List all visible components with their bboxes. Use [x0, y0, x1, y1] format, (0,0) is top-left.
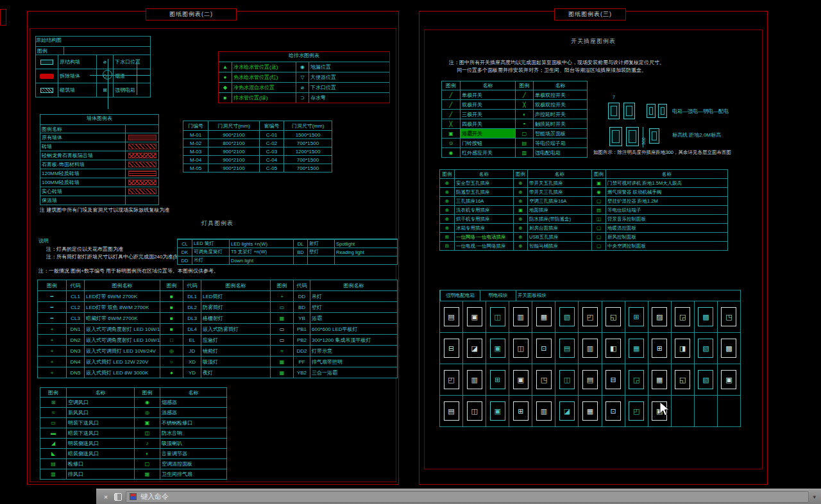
switch-socket-section-title: 开关插座图例表: [424, 37, 763, 46]
lamp-code: CL2: [66, 302, 84, 312]
hvac-col-header: 图例: [134, 388, 160, 397]
switch-symbol-icon: ╱: [442, 110, 460, 119]
grid-header: 强弱电配电箱: [440, 290, 480, 301]
grid-cell: ◨: [671, 333, 694, 364]
panel-symbol-icon: ◫: [490, 307, 505, 326]
lamp-table: 图例 代码 图例名称 图例 代码 图例名称 图例 代码 图例名称 ━ CL1 L…: [37, 280, 398, 378]
grid-cell: ⊞: [648, 333, 671, 364]
socket-symbol-icon: ⊕: [440, 206, 454, 214]
socket-label: 冰箱专用插座: [454, 224, 513, 232]
socket-symbol-icon: ▣: [591, 179, 605, 187]
lamp-symbol-icon: ◎: [160, 346, 183, 356]
diagram-label: 标高线 距地2.0M标高: [672, 131, 721, 139]
switch-label: 智能场景面板: [533, 129, 587, 138]
table-row: M-04 900*2100 C-04 700*1500: [183, 155, 332, 164]
command-input[interactable]: 键入命令: [126, 491, 809, 503]
structure-symbol-icon: ⌀: [96, 55, 113, 69]
lamp-name: 夜灯: [201, 367, 270, 378]
socket-label: 厨房台面插座: [527, 224, 591, 232]
hvac-symbol-icon: ◉: [134, 398, 160, 407]
lamp-code: DD2: [293, 346, 310, 356]
drawing-canvas[interactable]: 图纸图例表(二) 图纸图例表(三) 原始结构图 图例 原结构墙 ⌀ 下水口位置 …: [0, 0, 821, 504]
grid-cell: ▣: [486, 333, 509, 364]
switch-label: 双极开关: [460, 100, 515, 109]
scroll-arrow-icon[interactable]: ▾: [813, 494, 816, 500]
panel-symbol-icon: ▥: [536, 401, 552, 421]
plumbing-symbol-icon: ▽: [296, 72, 309, 82]
close-icon[interactable]: ×: [101, 493, 110, 501]
table-row: ╳ 四极开关 ◓ 触摸延时开关: [442, 119, 587, 128]
plumbing-symbol-icon: ▲: [219, 62, 232, 72]
panel-symbol-icon: ▧: [698, 339, 713, 358]
lamp-code: PF: [293, 357, 310, 367]
panel-symbol-icon: ◳: [721, 307, 736, 326]
table-row: ━ CL1 LED灯带 6W/M 2700K ■ DL1 LED筒灯 + DD …: [38, 290, 397, 301]
panel-diagram-box: [658, 104, 667, 118]
table-row: ■ 排水管位置(绿) ⊃ 存水弯: [219, 92, 389, 103]
socket-symbol-icon: ▣: [513, 206, 527, 214]
customize-icon[interactable]: [114, 493, 122, 501]
grid-cell: ◫: [462, 396, 486, 426]
right-sheet-note: 同一位置多个面板需并排安装并对齐；卫生间、阳台等潮湿区域插座须加装防溅盒。: [457, 67, 647, 74]
grid-cell: ▣: [486, 396, 509, 426]
grid-cell: ▦: [648, 364, 671, 395]
socket-label: 地暖温控面板: [605, 224, 727, 232]
plumbing-label: 冷热水混合水位置: [232, 83, 296, 92]
dimension-text: 7: [613, 95, 615, 99]
switch-symbol-icon: ╱: [442, 90, 460, 99]
door-col-header: 门洞尺寸(mm): [208, 121, 259, 130]
table-row: ⊞ 一位网络·一位电话插座 ⊕ USB五孔插座 ▢ 新风控制面板: [440, 232, 727, 241]
window-size: 700*1500: [284, 139, 332, 147]
lamp-name: 600*600 LED平板灯: [310, 324, 397, 334]
panel-symbol-icon: ▣: [721, 370, 736, 389]
switch-symbol-icon: ▤: [515, 139, 533, 147]
panel-symbol-icon: ◪: [467, 339, 482, 358]
grid-header: 弱电模块: [480, 290, 516, 301]
lamp-col-header: 代码: [183, 280, 201, 290]
grid-cell: ◫: [486, 301, 509, 332]
hvac-label: 空调风口: [66, 398, 134, 407]
hvac-symbol-icon: ⊞: [40, 398, 66, 407]
wall-note: 注 建筑图中所有门垛及窗洞尺寸以现场实际放线复核为准: [40, 206, 169, 214]
table-row: ⊕ 烘干机专用插座 ⊕ 防水插座(带防溅盒) ◫ 背景音乐控制面板: [440, 214, 727, 223]
grid-row: ▤ ◫ ▣ ⊞ ▥ ◪ ▦ ⊡ ◰ ▣: [440, 395, 740, 426]
legend-label: 图例: [36, 47, 64, 55]
lamp-name: LED 筒灯: [192, 240, 229, 248]
window-number: C-02: [259, 139, 284, 147]
socket-label: 洗衣机专用插座: [454, 206, 513, 214]
grid-cell: ▧: [694, 333, 717, 364]
wall-table: 墙体图例表 图例名称 原有墙体 砖墙 轻钢龙骨石膏板隔音墙 石膏板-饰面材料墙: [40, 114, 159, 205]
socket-label: 一位电视·一位网络插座: [454, 242, 513, 250]
grid-header: 开关面板模块: [516, 290, 740, 301]
lamp-name: 防雾筒灯: [201, 302, 270, 312]
plumbing-label: 地漏位置: [309, 62, 389, 72]
socket-label: 门禁可视对讲机 距地1.5M大人眼高: [605, 179, 727, 187]
grid-cell: ◳: [717, 301, 740, 332]
table-row: 100MM轻质砖墙: [40, 178, 158, 187]
plumbing-title: 给排水图例表: [219, 52, 389, 62]
lighting-note: 注：灯具的定位以天花布置图为准: [46, 246, 123, 253]
command-prompt[interactable]: 键入命令: [140, 492, 169, 501]
door-size: 900*2100: [208, 131, 259, 139]
hvac-symbol-icon: ◢: [40, 439, 66, 448]
lamp-symbol-icon: ▭: [270, 324, 293, 334]
command-bar[interactable]: × 键入命令 ▾: [96, 489, 821, 504]
hvac-label: 温感器: [160, 408, 226, 417]
panel-symbol-icon: ◱: [605, 307, 621, 326]
socket-symbol-icon: ▢: [591, 242, 605, 250]
socket-label: 壁挂炉温控器 距地1.2M: [605, 197, 727, 205]
panel-diagram-box: [626, 127, 639, 146]
table-row: ━ CL3 暗藏灯带 6W/M 2700K ■ DL3 格栅射灯 ▦ YB 浴霸: [38, 312, 397, 323]
table-row: ▭ 明装下送风口 ▣ 不锈钢检修口: [40, 417, 226, 428]
hvac-label: 吸顶喇叭: [160, 439, 226, 448]
panel-symbol-icon: ◫: [559, 370, 575, 389]
panel-symbol-icon: ▩: [721, 339, 736, 358]
wall-hatch-icon: [125, 169, 158, 178]
panel-symbol-icon: ◫: [467, 401, 482, 421]
lamp-symbol-icon: ○: [160, 357, 183, 367]
lamp-name: 吸顶灯: [201, 357, 270, 367]
hvac-symbol-icon: ▤: [40, 459, 66, 469]
socket-label: 防溅型五孔插座: [454, 188, 513, 196]
socket-col-header: 图例: [513, 170, 527, 178]
lamp-symbol-icon: +: [38, 357, 66, 367]
